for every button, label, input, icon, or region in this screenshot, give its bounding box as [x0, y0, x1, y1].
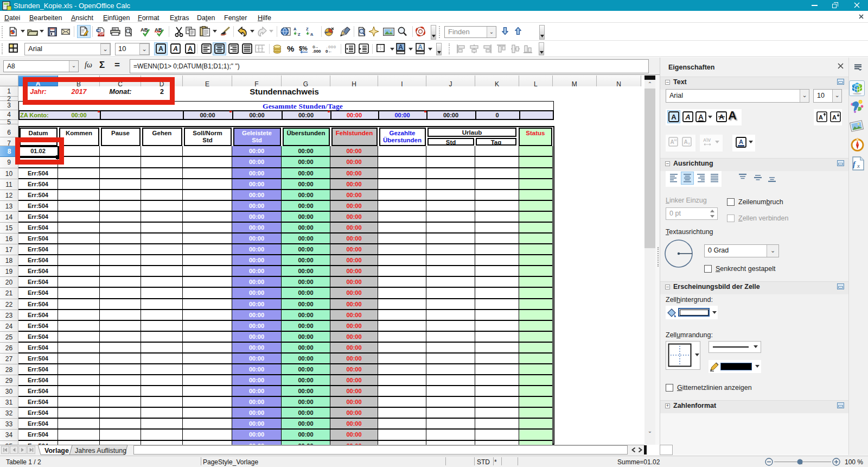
- svg-text:A: A: [418, 43, 423, 51]
- svg-text:N: N: [857, 138, 858, 141]
- svg-text:$%: $%: [299, 45, 308, 52]
- svg-text:Z: Z: [298, 32, 301, 36]
- svg-text:A: A: [671, 113, 676, 121]
- svg-text:A: A: [685, 113, 690, 121]
- svg-text:A: A: [819, 114, 823, 121]
- svg-text:A: A: [670, 139, 674, 145]
- svg-text:A: A: [310, 32, 314, 36]
- svg-text:A: A: [188, 45, 193, 53]
- svg-text:A: A: [832, 114, 837, 121]
- svg-text:A: A: [398, 43, 403, 51]
- svg-text:T: T: [688, 142, 690, 146]
- svg-text:Jahres Auflistung: Jahres Auflistung: [75, 447, 126, 455]
- svg-text:A: A: [293, 27, 297, 31]
- svg-text:Z: Z: [306, 27, 309, 31]
- svg-text:A: A: [684, 139, 687, 145]
- svg-text:A: A: [158, 45, 163, 53]
- svg-text:x: x: [857, 162, 860, 169]
- svg-text:0←: 0←: [326, 49, 332, 53]
- svg-text:A: A: [739, 138, 743, 145]
- svg-text:H: H: [674, 138, 676, 142]
- svg-text:A: A: [698, 113, 704, 121]
- svg-text:A\V: A\V: [703, 137, 711, 143]
- svg-text:A: A: [173, 45, 178, 53]
- svg-text:Vorlage: Vorlage: [44, 447, 69, 455]
- svg-text:PDF: PDF: [98, 32, 105, 36]
- svg-text:.000: .000: [312, 49, 321, 53]
